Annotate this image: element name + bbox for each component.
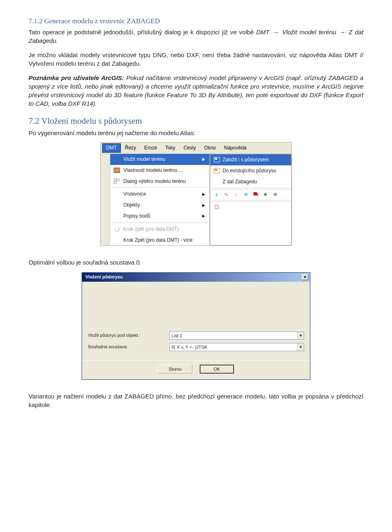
tool-icon[interactable]: ⍋: [213, 191, 220, 198]
para-tail: Variantou je načtení modelu z dat ZABAGE…: [29, 392, 363, 409]
menu-napoveda[interactable]: Nápověda: [220, 143, 251, 153]
menu-item-label: Krok Zpět (pro data DMT) - více: [123, 237, 205, 244]
submenu-item-label: Z dat Zabagedu: [223, 178, 257, 185]
layout-icon: [214, 168, 220, 174]
menu-item-label: Popisy bodů: [123, 213, 202, 220]
menu-path-vlozit: Vložit model terénu: [282, 29, 339, 36]
menu-dmt[interactable]: DMT: [102, 143, 121, 153]
menu-item-vlozit-model[interactable]: Vložit model terénu ▶: [110, 154, 209, 165]
dialog-button-row: Storno OK: [82, 360, 310, 379]
submenu-arrow-icon: ▶: [202, 213, 205, 219]
dialog-body: Vložit půdorys pod objekt : List 1 ▼ Sou…: [82, 282, 310, 360]
menu-eroze[interactable]: Eroze: [140, 143, 161, 153]
submenu-item-existujici[interactable]: Do existujícího půdorysu: [210, 165, 291, 176]
menu-separator: [112, 223, 208, 223]
tool-icon[interactable]: ⊕: [272, 191, 279, 198]
dropdown-arrow-icon[interactable]: ▼: [297, 332, 304, 339]
toolbar-icons: ⍋ ∿ ⌂ ≋ ⛟ ♣ ⊕: [210, 189, 291, 199]
toolbar-icons-2: ▢: [210, 201, 291, 211]
blank-icon: [214, 179, 220, 185]
dialog-titlebar: Vložení půdorysu ✕: [82, 273, 310, 281]
menu-cesty[interactable]: Cesty: [179, 143, 200, 153]
para-optimal: Optimální volbou je souřadná soustava 0.: [29, 258, 363, 267]
blank-icon: [114, 156, 121, 162]
combo-souradna[interactable]: 0( X v, Y <- )JTSK ▼: [169, 343, 304, 351]
blank-icon: [114, 203, 121, 208]
svg-rect-1: [114, 179, 116, 181]
menu-item-label: Dialog výběru modelu terénu: [123, 178, 205, 185]
svg-rect-2: [117, 179, 119, 181]
para-72-intro: Po vygenerování modelu terénu jej načtem…: [29, 129, 363, 137]
menu-path-dmt: DMT: [256, 29, 272, 36]
menu-item-vlastnosti[interactable]: Vlastnosti modelu terénu ...: [110, 165, 209, 176]
tool-icon[interactable]: ♣: [262, 191, 269, 198]
form-row-souradna: Souřadná soustava: 0( X v, Y <- )JTSK ▼: [88, 343, 304, 351]
combo-value: List 1: [170, 332, 297, 339]
menu-item-label: Vložit model terénu: [123, 156, 202, 163]
dropdown-arrow-icon[interactable]: ▼: [297, 343, 304, 351]
menu-screenshot: DMT Řezy Eroze Toky Cesty Okno Nápověda …: [100, 142, 292, 246]
dialog-spacer: [88, 287, 304, 328]
menu-rezy[interactable]: Řezy: [121, 143, 140, 153]
menu-item-vrstevnice[interactable]: Vrstevnice ▶: [110, 189, 209, 200]
dialog-title: Vložení půdorysu: [85, 274, 302, 280]
undo-icon: [114, 226, 121, 232]
svg-rect-7: [215, 169, 217, 171]
combo-value: 0( X v, Y <- )JTSK: [170, 343, 297, 351]
menu-toky[interactable]: Toky: [161, 143, 180, 153]
cancel-button[interactable]: Storno: [158, 365, 192, 374]
submenu-arrow-icon: ▶: [202, 203, 205, 208]
menu-item-label: Objekty: [123, 202, 202, 209]
svg-rect-5: [215, 158, 217, 160]
dialog-icon: [114, 178, 121, 184]
ok-button[interactable]: OK: [200, 365, 234, 374]
para-712-note: Poznámka pro uživatele ArcGIS: Pokud nač…: [29, 73, 363, 108]
text: Tato operace je podstatně jednodušší, př…: [29, 29, 256, 36]
menu-item-label: Krok zpět (pro data DMT): [123, 226, 205, 233]
heading-72: 7.2 Vložení modelu s půdorysem: [29, 115, 363, 127]
dialog-vlozeni-pudorysu: Vložení půdorysu ✕ Vložit půdorys pod ob…: [82, 272, 310, 379]
menu-separator: [212, 200, 290, 200]
form-row-objekt: Vložit půdorys pod objekt : List 1 ▼: [88, 332, 304, 340]
tool-icon[interactable]: ⛟: [252, 191, 259, 198]
close-button[interactable]: ✕: [302, 274, 308, 280]
toolbar-gutter: [100, 154, 110, 245]
layout-icon: [214, 157, 220, 162]
menu-item-undo: Krok zpět (pro data DMT): [110, 224, 209, 235]
para-712-2: Je možno vkládat modely vrstevnicové typ…: [29, 51, 363, 68]
heading-712: 7.1.2 Generace modelu z vrstevnic ZABAGE…: [29, 16, 363, 26]
menu-item-label: Vlastnosti modelu terénu ...: [123, 167, 205, 174]
tool-icon[interactable]: ▢: [213, 203, 220, 210]
submenu-item-label: Založit i s půdorysem: [223, 156, 269, 163]
blank-icon: [114, 213, 121, 219]
submenu-item-zabaged[interactable]: Z dat Zabagedu: [210, 176, 291, 187]
note-lead: Poznámka pro uživatele ArcGIS:: [29, 74, 124, 81]
arrow-icon: [339, 29, 346, 36]
label-souradna: Souřadná soustava:: [88, 344, 169, 350]
tool-icon[interactable]: ∿: [223, 191, 230, 198]
menu-item-undo-more[interactable]: Krok Zpět (pro data DMT) - více: [110, 235, 209, 246]
submenu-item-zalozit[interactable]: Založit i s půdorysem: [210, 154, 291, 165]
submenu-arrow-icon: ▶: [202, 191, 205, 197]
menubar: DMT Řezy Eroze Toky Cesty Okno Nápověda: [100, 142, 292, 154]
blank-icon: [114, 191, 121, 197]
para-712-1: Tato operace je podstatně jednodušší, př…: [29, 28, 363, 45]
menu-separator: [212, 188, 290, 188]
menu-separator: [112, 187, 208, 188]
tool-icon[interactable]: ≋: [242, 191, 249, 198]
combo-objekt[interactable]: List 1 ▼: [169, 332, 304, 340]
menu-item-objekty[interactable]: Objekty ▶: [110, 200, 209, 211]
menu-item-popisy[interactable]: Popisy bodů ▶: [110, 211, 209, 222]
submenu-arrow-icon: ▶: [202, 156, 205, 162]
menu-item-label: Vrstevnice: [123, 191, 202, 198]
menu-okno[interactable]: Okno: [200, 143, 220, 153]
blank-icon: [114, 237, 121, 243]
svg-rect-3: [114, 182, 116, 184]
arrow-icon: [272, 29, 280, 36]
menu-item-dialog-vyberu[interactable]: Dialog výběru modelu terénu: [110, 176, 209, 187]
submenu-item-label: Do existujícího půdorysu: [223, 167, 276, 174]
label-objekt: Vložit půdorys pod objekt :: [88, 332, 169, 338]
submenu-vlozit: Založit i s půdorysem Do existujícího pů…: [210, 154, 292, 245]
tool-icon[interactable]: ⌂: [232, 191, 240, 198]
terrain-icon: [114, 167, 121, 173]
